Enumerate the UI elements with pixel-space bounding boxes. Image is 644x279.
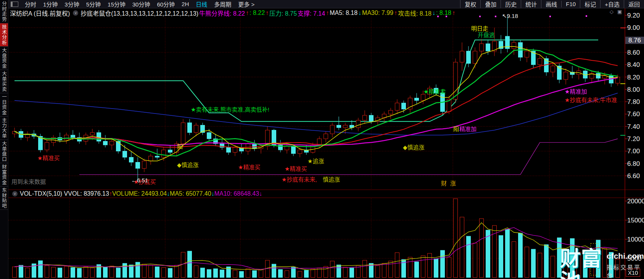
sidebar-item-7[interactable]: 财富资金 xyxy=(0,163,8,187)
watermark-brand: 财富池 xyxy=(560,248,604,279)
chart-annotation-5: ★精准买 xyxy=(285,166,307,172)
chart-annotation-4: ★精准买 xyxy=(238,164,260,170)
volume-pane-header: ∨VOL-TDX(5,10) VVOL: 83976.13↑ VOLUME: 2… xyxy=(10,190,262,197)
title-segment-15: ↓ xyxy=(432,10,435,16)
volume-axis-label: 15000 xyxy=(627,217,644,224)
price-axis-label: 7.80 xyxy=(627,98,644,106)
chart-annotation-12: ★精准卖 xyxy=(423,89,446,94)
chart-annotation-1: 阳 xyxy=(177,144,183,149)
chart-annotation-8: 慎追涨 xyxy=(323,177,340,182)
sidebar-item-0[interactable]: 分时走势 xyxy=(0,0,8,23)
kline-volume-chart[interactable] xyxy=(0,0,644,279)
volhdr-segment-7: ↓ xyxy=(259,190,262,197)
title-segment-13: ↑ xyxy=(394,10,397,16)
watermark-domain: cfchi.com xyxy=(607,251,644,261)
chart-annotation-15: ◆慎追涨 xyxy=(403,144,425,150)
collapse-indicator-icon[interactable]: ∨ xyxy=(12,191,18,196)
volhdr-segment-5: ↓ xyxy=(211,190,214,197)
sidebar-item-2[interactable]: 大盘资金 xyxy=(0,47,8,70)
price-axis-label: 7.00 xyxy=(627,148,644,155)
sidebar-item-8[interactable]: 东财贴吧 xyxy=(0,187,8,210)
price-axis-label: 8.40 xyxy=(627,61,644,69)
title-segment-7: 压力: 8.75 xyxy=(269,8,297,18)
price-axis-label: 7.20 xyxy=(627,135,644,143)
volhdr-segment-1: ↑ xyxy=(109,190,112,197)
chart-annotation-3: ★精准买 xyxy=(37,155,60,161)
price-axis-label: 8.60 xyxy=(627,49,644,57)
chart-annotation-22: 涨 xyxy=(450,180,456,186)
title-segment-6: ↑ xyxy=(266,10,269,16)
title-segment-8: 支撑: 7.14 xyxy=(298,8,325,18)
watermark-tagline: 指标交易平台 xyxy=(607,263,644,279)
chart-annotation-18: ↖9.18 xyxy=(502,13,518,19)
chart-annotation-17: 开盘逃 xyxy=(478,32,495,38)
volume-axis-label: 10000 xyxy=(627,236,644,243)
current-price-badge: 8.76 xyxy=(625,37,644,44)
title-segment-10: MA5: 8.18 xyxy=(330,10,357,16)
price-axis-label: 6.60 xyxy=(627,172,644,180)
chart-annotation-11: 用到未来数据 xyxy=(11,179,46,185)
title-segment-16: : 8.18 xyxy=(436,10,451,16)
title-segment-5: : 8.22 xyxy=(250,10,265,16)
volhdr-segment-3: ↓ xyxy=(167,190,170,197)
title-segment-14: 攻击线: 8.18 xyxy=(398,8,431,18)
volume-axis-label: 20000 xyxy=(627,198,644,205)
volhdr-segment-0: VOL-TDX(5,10) VVOL: 83976.13 xyxy=(20,190,109,197)
title-segment-0: 深纺织A (日线.前复权) xyxy=(10,8,70,18)
chart-annotation-0: ★卖有未来,熊市卖准,高卖低补! xyxy=(191,107,269,112)
indicator-titlebar: 深纺织A (日线.前复权)∨抄底老鼠仓(13,13,13,13,12,12,12… xyxy=(10,9,456,17)
sidebar-item-4[interactable]: 一日资金 xyxy=(0,93,8,117)
volhdr-segment-6: MA10: 68648.43 xyxy=(214,190,259,197)
chart-annotation-21: 财 xyxy=(441,180,447,186)
title-segment-2: 抄底老鼠仓(13,13,13,13,12,12,12,12,12,13) xyxy=(80,8,198,18)
chart-annotation-14: 精准加 xyxy=(459,126,477,132)
chart-annotation-13: 阳 xyxy=(453,126,459,132)
chart-area[interactable] xyxy=(0,0,644,279)
price-axis-label: 8.00 xyxy=(627,86,644,94)
trading-app-window: 分时走势技术分析大盘资金大单买卖一日资金主力大单大单盘口财富资金东财贴吧 分时1… xyxy=(0,0,644,279)
title-segment-4: ↑ xyxy=(246,10,249,16)
price-axis-label: 8.20 xyxy=(627,74,644,81)
sidebar-item-3[interactable]: 大单买卖 xyxy=(0,70,8,93)
chart-annotation-6: ★追涨 xyxy=(308,158,324,164)
title-segment-11: ↓ xyxy=(358,10,361,16)
sidebar-item-6[interactable]: 大单盘口 xyxy=(0,140,8,163)
chart-annotation-10: ←6.51 xyxy=(131,177,148,183)
diamond-marker-icon[interactable]: ◇ xyxy=(610,9,613,15)
title-segment-12: MA30: 7.99 xyxy=(362,10,393,16)
chart-annotation-7: ★抄底有未来, xyxy=(282,177,317,182)
price-axis-label: 7.40 xyxy=(627,123,644,131)
pane-toggle-icon[interactable]: ▣ xyxy=(617,9,622,15)
price-axis-label: 7.60 xyxy=(627,110,644,118)
watermark: 财富池 cfchi.com 指标交易平台 xyxy=(560,248,644,279)
chart-annotation-19: ★精准加 xyxy=(565,89,587,94)
chart-annotation-20: ★抄底有未来,牛市准 xyxy=(565,97,617,103)
price-axis-label: 6.80 xyxy=(627,160,644,168)
volhdr-segment-4: MA5: 65077.40 xyxy=(170,190,211,197)
chart-annotation-2: ◆慎追涨 xyxy=(177,162,199,168)
price-axis-label: 9.20 xyxy=(627,12,644,19)
volhdr-segment-2: VOLUME: 24493.04 xyxy=(112,190,167,197)
price-axis-label: 9.00 xyxy=(627,24,644,32)
collapse-indicator-icon[interactable]: ∨ xyxy=(73,10,78,16)
title-segment-3: 牛熊分界线: 8.22 xyxy=(199,8,245,18)
chart-annotation-16: 明日走 xyxy=(471,26,488,31)
sidebar-item-1[interactable]: 技术分析 xyxy=(0,23,8,47)
title-segment-9: ↑ xyxy=(326,10,329,16)
left-sidebar: 分时走势技术分析大盘资金大单买卖一日资金主力大单大单盘口财富资金东财贴吧 xyxy=(0,0,8,279)
title-segment-17: ↑ xyxy=(452,10,455,16)
sidebar-item-5[interactable]: 主力大单 xyxy=(0,117,8,140)
